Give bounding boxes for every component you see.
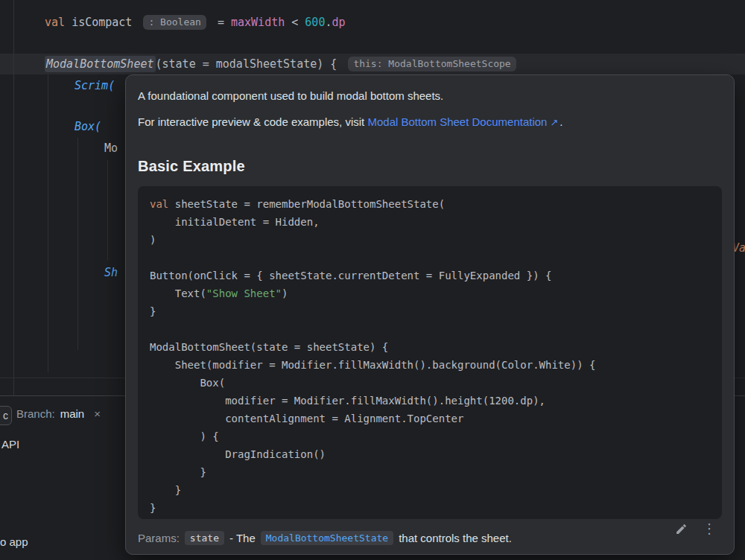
doc-intro-text: A foundational component used to build m… xyxy=(138,89,722,104)
partial-token-mo: Mo xyxy=(104,140,118,156)
code-token: "Show Sheet" xyxy=(206,287,282,299)
code-token: val xyxy=(150,198,168,210)
list-item-api[interactable]: API xyxy=(1,438,19,451)
code-line: ) xyxy=(150,231,710,249)
dot: . xyxy=(325,14,332,31)
code-token: ) xyxy=(150,234,156,246)
editor-line-iscompact: val isCompact : Boolean = maxWidth < 600… xyxy=(45,14,346,31)
operator-less-than: < xyxy=(285,14,305,31)
branch-filter-value: main xyxy=(60,407,85,420)
code-line: Sheet(modifier = Modifier.fillMaxWidth()… xyxy=(150,356,710,374)
doc-link-line: For interactive preview & code examples,… xyxy=(138,115,722,130)
params-description: that controls the sheet. xyxy=(399,532,512,544)
code-token: sheetState = rememberModalBottomSheetSta… xyxy=(168,198,445,210)
identifier-iscompact: isCompact xyxy=(72,14,139,31)
function-scrim: Scrim( xyxy=(74,77,115,94)
editor-line-modalbottomsheet: ModalBottomSheet (state = modalSheetStat… xyxy=(45,56,521,72)
code-token: initialDetent = Hidden, xyxy=(150,216,320,228)
inlay-hint-type-boolean[interactable]: : Boolean xyxy=(143,15,206,30)
params-line: Params: state - The ModalBottomSheetStat… xyxy=(138,531,512,545)
editor-line-partial-mo: Mo xyxy=(104,140,118,156)
doc-section-heading: Basic Example xyxy=(138,158,722,175)
doc-footer: Params: state - The ModalBottomSheetStat… xyxy=(138,519,722,545)
code-token: ) { xyxy=(150,430,219,442)
code-line: Text("Show Sheet") xyxy=(150,284,710,302)
function-box: Box( xyxy=(74,118,101,135)
code-token: } xyxy=(150,502,156,514)
indent-guide xyxy=(48,74,48,372)
doc-footer-toolbar: ⋮ xyxy=(675,522,722,535)
code-line xyxy=(150,249,710,267)
inlay-hint-receiver-scope[interactable]: this: ModalBottomSheetScope xyxy=(348,57,516,71)
code-token: } xyxy=(150,484,181,496)
params-label: Params: xyxy=(138,532,180,544)
indent-guide xyxy=(107,160,108,261)
code-token: DragIndication() xyxy=(150,448,326,460)
filter-chip-partial-label: c xyxy=(3,410,8,421)
close-icon[interactable]: × xyxy=(94,407,101,420)
operator-assign: = xyxy=(211,14,231,31)
params-separator: - The xyxy=(229,532,256,544)
code-line: } xyxy=(150,499,710,517)
call-arguments: (state = modalSheetState) { xyxy=(156,56,344,72)
code-line: Box( xyxy=(150,374,710,392)
doc-link-suffix: . xyxy=(559,115,562,128)
code-token: modifier = Modifier.fillMaxWidth().heigh… xyxy=(150,395,545,407)
code-line: } xyxy=(150,463,710,481)
code-line: } xyxy=(150,302,710,320)
code-token: } xyxy=(150,466,206,478)
code-line: DragIndication() xyxy=(150,445,710,463)
code-token: ) xyxy=(282,287,288,299)
code-token: Text( xyxy=(150,287,206,299)
code-line: modifier = Modifier.fillMaxWidth().heigh… xyxy=(150,392,710,410)
identifier-maxwidth: maxWidth xyxy=(231,14,285,31)
code-token: Button(onClick = { sheetState.currentDet… xyxy=(150,270,551,281)
code-line: ModalBottomSheet(state = sheetState) { xyxy=(150,338,710,356)
param-type-link-chip[interactable]: ModalBottomSheetState xyxy=(261,531,393,545)
param-name-chip: state xyxy=(185,531,224,545)
external-link-icon: ↗ xyxy=(550,117,558,128)
code-token: } xyxy=(150,305,156,317)
code-line: Button(onClick = { sheetState.currentDet… xyxy=(150,267,710,284)
number-literal: 600 xyxy=(305,14,325,31)
indent-guide xyxy=(77,138,78,350)
property-dp: dp xyxy=(332,14,345,31)
code-line: val sheetState = rememberModalBottomShee… xyxy=(150,195,710,213)
branch-filter-chip[interactable]: Branch: main × xyxy=(16,407,101,420)
doc-external-link[interactable]: Modal Bottom Sheet Documentation xyxy=(367,115,547,128)
editor-line-scrim: Scrim( xyxy=(74,77,115,94)
editor-line-partial-sheet: Sh xyxy=(104,264,118,281)
panel-divider-vertical xyxy=(13,0,14,395)
doc-link-prefix: For interactive preview & code examples,… xyxy=(138,115,367,128)
code-token: Box( xyxy=(150,377,225,389)
code-token: ModalBottomSheet(state = sheetState) { xyxy=(150,341,388,353)
filter-chip-partial[interactable]: c xyxy=(0,406,12,425)
code-line: contentAlignment = Alignment.TopCenter xyxy=(150,410,710,427)
hovered-symbol-modalbottomsheet[interactable]: ModalBottomSheet xyxy=(45,56,156,72)
code-line xyxy=(150,320,710,338)
documentation-popup: A foundational component used to build m… xyxy=(125,74,735,555)
code-token: Sheet(modifier = Modifier.fillMaxWidth()… xyxy=(150,359,595,371)
code-example-block: val sheetState = rememberModalBottomShee… xyxy=(138,186,722,519)
partial-token-sheet: Sh xyxy=(104,264,118,281)
keyword-val: val xyxy=(45,14,72,31)
code-token: contentAlignment = Alignment.TopCenter xyxy=(150,413,463,424)
code-line: ) { xyxy=(150,427,710,445)
ide-screen: val isCompact : Boolean = maxWidth < 600… xyxy=(0,0,745,560)
branch-filter-label: Branch: xyxy=(16,407,55,420)
kebab-menu-icon[interactable]: ⋮ xyxy=(703,522,716,535)
code-line: } xyxy=(150,481,710,499)
editor-line-box: Box( xyxy=(74,118,101,135)
pencil-icon[interactable] xyxy=(675,523,688,535)
code-line: initialDetent = Hidden, xyxy=(150,213,710,231)
list-item-app[interactable]: o app xyxy=(0,535,28,548)
